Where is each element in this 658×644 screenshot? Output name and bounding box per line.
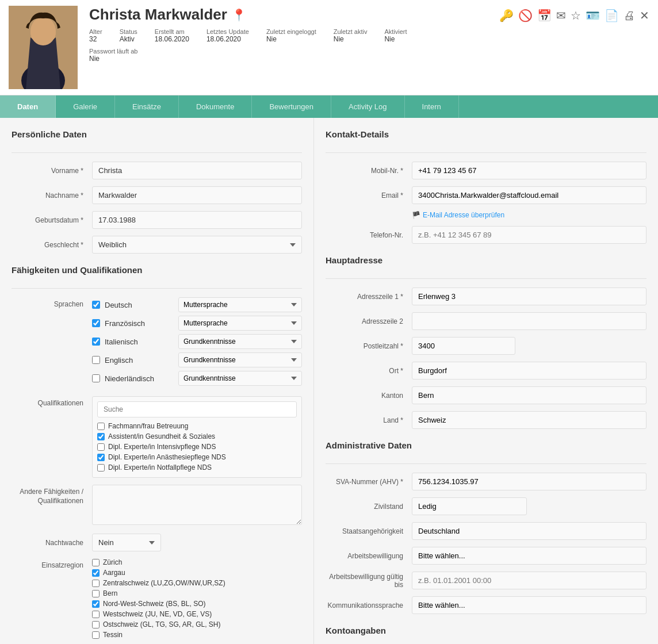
email-input[interactable]: [412, 186, 646, 204]
lang-deutsch-level: Muttersprache Grundkenntnisse Fließend: [178, 297, 302, 312]
key-icon[interactable]: 🔑: [499, 9, 514, 22]
telefon-input[interactable]: [412, 226, 646, 244]
sva-input[interactable]: [412, 473, 646, 490]
adresse1-input[interactable]: [412, 288, 646, 305]
tab-activity-log[interactable]: Activity Log: [331, 95, 404, 118]
geschlecht-label: Geschlecht *: [12, 241, 92, 249]
lang-franzosisch-name: Französisch: [105, 319, 174, 328]
vorname-input[interactable]: [92, 162, 302, 179]
region-zurich-checkbox[interactable]: [92, 559, 100, 566]
region-bern-checkbox[interactable]: [92, 590, 100, 597]
tab-intern[interactable]: Intern: [405, 95, 459, 118]
lang-deutsch-checkbox[interactable]: [92, 301, 100, 309]
last-login-label: Zuletzt eingeloggt: [266, 28, 316, 35]
mobil-input[interactable]: [412, 162, 646, 179]
last-active-field: Zuletzt aktiv Nie: [334, 28, 368, 43]
geburtsdatum-label: Geburtsdatum *: [12, 216, 92, 224]
staatsangehorigkeit-row: Staatsangehörigkeit Deutschland Schweiz …: [326, 522, 646, 540]
qual-assistent: Assistent/in Gesundheit & Soziales: [97, 431, 297, 442]
lang-franzosisch-select[interactable]: Muttersprache Grundkenntnisse Fließend: [178, 316, 302, 331]
updated-value: 18.06.2020: [206, 35, 249, 43]
tab-bewertungen[interactable]: Bewertungen: [252, 95, 331, 118]
qual-anasthesie-checkbox[interactable]: [97, 454, 105, 461]
telefon-label: Telefon-Nr.: [326, 231, 412, 239]
arbeitsbewilligung-select[interactable]: Bitte wählen... B-Ausweis C-Ausweis L-Au…: [412, 547, 646, 565]
admin-title: Administrative Daten: [326, 440, 646, 455]
nachname-row: Nachname *: [12, 186, 302, 204]
tab-daten[interactable]: Daten: [0, 95, 56, 118]
land-select[interactable]: Schweiz Deutschland Österreich: [412, 411, 646, 429]
qualifikationen-row: Qualifikationen Fachmann/frau Betreuung …: [12, 396, 302, 478]
lang-niederlandisch-checkbox[interactable]: [92, 374, 100, 382]
qual-anasthesie-label: Dipl. Experte/in Anästhesiepflege NDS: [108, 453, 226, 461]
andere-textarea[interactable]: [92, 485, 302, 525]
ban-icon[interactable]: 🚫: [518, 9, 533, 22]
email-verify-link[interactable]: 🏴 E-Mail Adresse überprüfen: [412, 211, 646, 219]
plz-label: Postleitzahl *: [326, 342, 412, 350]
lang-italienisch-select[interactable]: Muttersprache Grundkenntnisse Fließend: [178, 334, 302, 349]
id-card-icon[interactable]: 🪪: [586, 9, 600, 22]
lang-italienisch-checkbox[interactable]: [92, 338, 100, 346]
adresse2-input[interactable]: [412, 312, 646, 330]
geburtsdatum-row: Geburtsdatum *: [12, 211, 302, 229]
status-value: Aktiv: [120, 35, 137, 43]
geburtsdatum-input[interactable]: [92, 211, 302, 229]
plz-input[interactable]: [412, 337, 515, 355]
region-zentralschweiz-checkbox[interactable]: [92, 580, 100, 587]
region-aargau-checkbox[interactable]: [92, 569, 100, 577]
region-ostschweiz-checkbox[interactable]: [92, 621, 100, 628]
lang-niederlandisch: Niederländisch Muttersprache Grundkenntn…: [92, 371, 302, 386]
lang-deutsch-select[interactable]: Muttersprache Grundkenntnisse Fließend: [178, 297, 302, 312]
tab-dokumente[interactable]: Dokumente: [179, 95, 252, 118]
einsatzregion-row: Einsatzregion Zürich Aargau Zentralschwe…: [12, 558, 302, 641]
nachname-label: Nachname *: [12, 191, 92, 200]
arbeitsbewilligung-row: Arbeitsbewilligung Bitte wählen... B-Aus…: [326, 547, 646, 565]
kommunikationssprache-label: Kommunikationssprache: [326, 601, 412, 610]
lang-niederlandisch-level: Muttersprache Grundkenntnisse Fließend: [178, 371, 302, 386]
region-tessin-label: Tessin: [103, 631, 123, 639]
qualifications-search[interactable]: [97, 401, 297, 417]
nachtwache-label: Nachtwache: [12, 539, 92, 547]
print-icon[interactable]: 🖨: [623, 9, 635, 22]
qual-fachmann-label: Fachmann/frau Betreuung: [108, 422, 188, 430]
tab-einsatze[interactable]: Einsätze: [115, 95, 179, 118]
last-active-value: Nie: [334, 35, 368, 43]
region-aargau-label: Aargau: [103, 569, 125, 577]
region-tessin-checkbox[interactable]: [92, 631, 100, 639]
lang-niederlandisch-select[interactable]: Muttersprache Grundkenntnisse Fließend: [178, 371, 302, 386]
nachname-input[interactable]: [92, 186, 302, 204]
qual-assistent-checkbox[interactable]: [97, 433, 105, 440]
calendar-icon[interactable]: 📅: [537, 9, 552, 22]
kanton-label: Kanton: [326, 392, 412, 400]
staatsangehorigkeit-select[interactable]: Deutschland Schweiz Österreich: [412, 522, 646, 540]
tab-galerie[interactable]: Galerie: [56, 95, 115, 118]
ort-input[interactable]: [412, 362, 646, 379]
adresse2-label: Adresszeile 2: [326, 317, 412, 325]
personal-title: Persönliche Daten: [12, 129, 302, 144]
kommunikationssprache-select[interactable]: Bitte wählen... Deutsch Französisch Ital…: [412, 596, 646, 614]
kanton-select[interactable]: Bern Zürich Aargau: [412, 386, 646, 404]
email-icon[interactable]: ✉: [556, 9, 566, 22]
qual-notfall-checkbox[interactable]: [97, 464, 105, 471]
personal-section: Persönliche Daten Vorname * Nachname * G…: [12, 129, 302, 254]
lang-franzosisch-checkbox[interactable]: [92, 319, 100, 327]
zivilstand-select[interactable]: Ledig Verheiratet Geschieden Verwitwet: [412, 497, 527, 515]
qual-intensiv-checkbox[interactable]: [97, 443, 105, 451]
close-icon[interactable]: ✕: [640, 9, 649, 22]
geschlecht-select[interactable]: Weiblich Männlich Divers: [92, 236, 302, 254]
region-nordwest-checkbox[interactable]: [92, 600, 100, 608]
qual-fachmann-checkbox[interactable]: [97, 423, 105, 430]
kommunikationssprache-row: Kommunikationssprache Bitte wählen... De…: [326, 596, 646, 614]
password-field: Passwort läuft ab Nie: [89, 48, 649, 63]
languages-content: Deutsch Muttersprache Grundkenntnisse Fl…: [92, 297, 302, 389]
doc-icon[interactable]: 📄: [605, 9, 619, 22]
lang-englisch-checkbox[interactable]: [92, 356, 100, 364]
star-icon[interactable]: ☆: [571, 9, 581, 22]
arbeitsbewilligung-gultig-input[interactable]: [412, 572, 646, 589]
created-value: 18.06.2020: [155, 35, 189, 43]
languages-row: Sprachen Deutsch Muttersprache Grundkenn…: [12, 297, 302, 389]
nachtwache-select[interactable]: Nein Ja: [92, 534, 161, 551]
region-westschweiz-checkbox[interactable]: [92, 611, 100, 618]
lang-englisch-select[interactable]: Muttersprache Grundkenntnisse Fließend: [178, 352, 302, 367]
arbeitsbewilligung-gultig-label: Arbeitsbewilligung gültig bis: [326, 573, 412, 589]
